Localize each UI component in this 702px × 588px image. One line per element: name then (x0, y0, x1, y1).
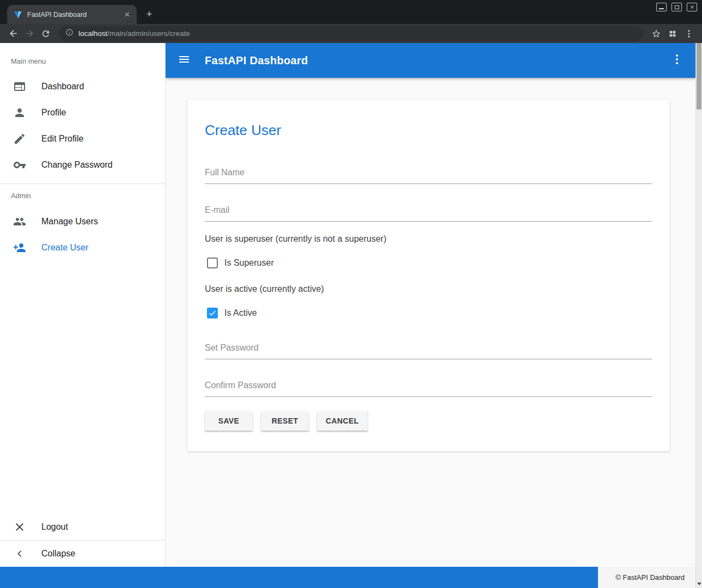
key-icon (13, 158, 26, 171)
vuetify-logo-icon (14, 10, 22, 19)
tab-title: FastAPI Dashboard (27, 11, 118, 19)
sidebar-section-admin: Admin (0, 184, 165, 209)
person-icon (13, 106, 26, 119)
sidebar-item-create-user[interactable]: Create User (0, 235, 165, 261)
browser-tab-strip: FastAPI Dashboard + (0, 0, 702, 24)
full-name-input[interactable] (205, 166, 652, 179)
superuser-hint: User is superuser (currently is not a su… (205, 232, 652, 246)
page-viewport: Main menu Dashboard Profile Edit Profile… (0, 43, 702, 588)
check-icon (208, 309, 217, 317)
site-info-icon[interactable] (65, 28, 74, 39)
email-field (205, 204, 652, 222)
reload-button[interactable] (38, 26, 53, 41)
people-icon (13, 215, 26, 228)
browser-menu-icon[interactable] (681, 26, 697, 41)
sidebar-item-label: Profile (41, 108, 66, 118)
is-active-checkbox-row[interactable]: Is Active (205, 302, 652, 324)
scrollbar-down-arrow[interactable] (697, 583, 701, 585)
sidebar-item-label: Dashboard (41, 82, 84, 91)
sidebar-item-label: Create User (41, 243, 88, 253)
sidebar-item-edit-profile[interactable]: Edit Profile (0, 126, 165, 152)
extensions-icon[interactable] (665, 26, 680, 41)
sidebar-item-dashboard[interactable]: Dashboard (0, 74, 165, 100)
chevron-left-icon (13, 547, 26, 560)
page-title: Create User (205, 121, 652, 139)
save-button[interactable]: SAVE (205, 411, 253, 431)
app-bar: FastAPI Dashboard (166, 43, 695, 78)
sidebar-item-label: Edit Profile (41, 134, 83, 144)
is-active-checkbox[interactable] (207, 308, 218, 318)
url-host: localhost (78, 29, 107, 38)
window-maximize-button[interactable] (672, 3, 682, 11)
create-user-card: Create User User is superuser (currently… (187, 100, 669, 451)
email-input[interactable] (205, 204, 652, 217)
page-content: Create User User is superuser (currently… (166, 78, 695, 567)
sidebar-item-label: Manage Users (41, 217, 98, 226)
is-superuser-checkbox-row[interactable]: Is Superuser (205, 252, 652, 274)
browser-toolbar: localhost/main/admin/users/create (0, 24, 702, 43)
app-bar-title: FastAPI Dashboard (205, 54, 308, 67)
browser-window: FastAPI Dashboard + localh (0, 0, 702, 588)
confirm-password-field (205, 379, 652, 397)
footer: © FastAPI Dashboard (0, 567, 695, 588)
reset-button[interactable]: RESET (261, 411, 309, 431)
page-scrollbar[interactable] (695, 43, 702, 588)
back-button[interactable] (5, 26, 21, 41)
confirm-password-input[interactable] (205, 379, 652, 392)
sidebar-item-manage-users[interactable]: Manage Users (0, 209, 165, 235)
window-minimize-button[interactable] (656, 3, 667, 11)
sidebar-item-label: Collapse (41, 549, 75, 559)
sidebar-item-change-password[interactable]: Change Password (0, 152, 165, 178)
pencil-icon (13, 132, 26, 145)
scrollbar-thumb[interactable] (697, 43, 701, 109)
checkbox-label: Is Superuser (224, 258, 274, 268)
cancel-button[interactable]: CANCEL (317, 411, 368, 431)
set-password-field (205, 341, 652, 359)
url-text: localhost/main/admin/users/create (78, 29, 190, 38)
sidebar-item-logout[interactable]: Logout (0, 514, 165, 540)
sidebar-item-collapse[interactable]: Collapse (0, 541, 165, 567)
window-close-button[interactable] (687, 3, 697, 11)
new-tab-button[interactable]: + (143, 8, 156, 21)
address-bar[interactable]: localhost/main/admin/users/create (59, 26, 643, 41)
set-password-input[interactable] (205, 341, 652, 354)
web-icon (13, 80, 26, 93)
main-area: FastAPI Dashboard Create User (166, 43, 695, 567)
tab-close-icon[interactable] (123, 10, 131, 19)
full-name-field (205, 166, 652, 184)
url-path: /main/admin/users/create (107, 29, 190, 38)
sidebar-section-main-menu: Main menu (0, 43, 165, 74)
app-bar-menu-icon[interactable] (670, 53, 683, 68)
person-add-icon (13, 241, 26, 254)
forward-button[interactable] (22, 26, 37, 41)
sidebar-item-label: Logout (41, 522, 68, 532)
bookmark-star-icon[interactable] (649, 26, 664, 41)
is-superuser-checkbox[interactable] (207, 258, 218, 268)
form-button-row: SAVE RESET CANCEL (205, 411, 652, 431)
footer-copyright: © FastAPI Dashboard (598, 567, 695, 588)
active-hint: User is active (currently active) (205, 283, 652, 296)
sidebar: Main menu Dashboard Profile Edit Profile… (0, 43, 166, 567)
window-controls (656, 3, 697, 11)
browser-tab[interactable]: FastAPI Dashboard (7, 5, 137, 24)
checkbox-label: Is Active (224, 308, 257, 318)
close-icon (13, 520, 26, 534)
sidebar-item-label: Change Password (41, 160, 113, 170)
sidebar-item-profile[interactable]: Profile (0, 100, 165, 126)
hamburger-menu-icon[interactable] (178, 53, 191, 68)
